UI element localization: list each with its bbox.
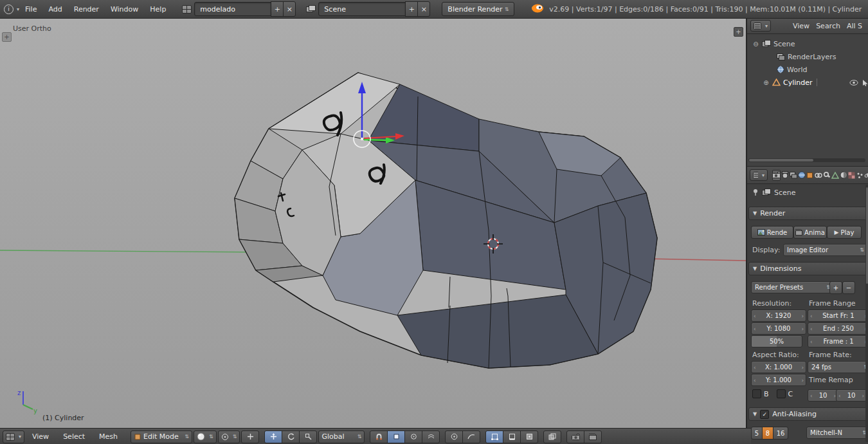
display-dropdown[interactable]: Image Editor — [783, 244, 868, 256]
aa-samples-5-button[interactable]: 5 — [751, 427, 763, 439]
manipulator-translate-button[interactable] — [264, 430, 282, 443]
aa-filter-dropdown[interactable]: Mitchell-N — [806, 427, 868, 439]
menu-window[interactable]: Window — [105, 5, 144, 14]
face-select-button[interactable] — [520, 430, 538, 443]
tab-physics[interactable] — [864, 170, 868, 181]
falloff-button[interactable] — [462, 430, 480, 443]
outliner-item-renderlayers[interactable]: RenderLayers — [747, 50, 868, 63]
visibility-eye-icon[interactable] — [849, 80, 858, 86]
tab-world[interactable] — [798, 170, 806, 181]
crop-checkbox[interactable] — [777, 389, 786, 398]
viewport-shading-dropdown[interactable]: ⇅ — [194, 430, 217, 443]
mode-dropdown[interactable]: Edit Mode⇅ — [131, 430, 192, 443]
screen-layout-icon[interactable] — [181, 4, 192, 14]
end-frame-field[interactable]: End : 250 — [808, 322, 868, 335]
opengl-render-anim-button[interactable] — [584, 430, 602, 443]
outliner-menu-view[interactable]: View — [793, 22, 809, 30]
dimensions-panel-header[interactable]: ▼Dimensions — [748, 262, 868, 275]
tab-material[interactable] — [840, 170, 847, 181]
scene-name-field[interactable]: Scene — [318, 2, 406, 16]
tab-render-layers[interactable] — [790, 170, 797, 181]
menu-select[interactable]: Select — [57, 432, 91, 441]
selectability-cursor-icon[interactable] — [862, 79, 868, 86]
editor-type-selector[interactable]: ▾ — [3, 430, 24, 443]
menu-mesh[interactable]: Mesh — [93, 432, 124, 441]
frame-rate-dropdown[interactable]: 24 fps — [808, 361, 868, 373]
close-scene-button[interactable]: × — [417, 1, 430, 17]
tab-texture[interactable] — [848, 170, 856, 181]
close-screen-button[interactable]: × — [283, 1, 296, 17]
manipulator-scale-button[interactable] — [299, 430, 317, 443]
render-animation-button[interactable]: Anima — [793, 226, 827, 239]
pivot-point-dropdown[interactable]: ⇅ — [218, 430, 240, 443]
resolution-x-field[interactable]: X: 1920 — [751, 310, 806, 322]
add-preset-button[interactable]: + — [829, 281, 842, 294]
aspect-y-field[interactable]: Y: 1.000 — [751, 374, 806, 386]
scene-selector-icon[interactable] — [305, 4, 316, 14]
add-scene-button[interactable]: + — [405, 1, 418, 17]
mesh-object[interactable] — [235, 73, 657, 368]
render-panel-header[interactable]: ▼Render — [748, 207, 868, 220]
add-screen-button[interactable]: + — [271, 1, 284, 17]
manipulator-rotate-button[interactable] — [282, 430, 300, 443]
3d-viewport[interactable]: z y User Ortho (1) Cylinder — [0, 18, 746, 428]
start-frame-field[interactable]: Start Fr: 1 — [808, 310, 868, 322]
aa-samples-16-button[interactable]: 16 — [773, 427, 788, 439]
menu-help[interactable]: Help — [144, 5, 172, 14]
outliner-menu-search[interactable]: Search — [816, 22, 840, 30]
tab-object-data[interactable] — [831, 170, 839, 181]
tab-modifiers[interactable] — [823, 170, 831, 181]
tab-particles[interactable] — [856, 170, 863, 181]
outliner-item-world[interactable]: World — [747, 63, 868, 76]
snap-magnet-button[interactable] — [370, 430, 388, 443]
current-frame-field[interactable]: Frame : 1 — [808, 335, 868, 347]
manipulator-toggle[interactable] — [241, 430, 259, 443]
opengl-render-button[interactable] — [566, 430, 584, 443]
menu-render[interactable]: Render — [68, 5, 105, 14]
anti-aliasing-checkbox[interactable] — [760, 410, 769, 419]
resolution-percentage-slider[interactable]: 50% — [751, 335, 802, 347]
occlude-geometry-button[interactable] — [543, 430, 561, 443]
properties-expand-handle[interactable] — [734, 27, 743, 37]
properties-scrollbar[interactable] — [865, 185, 868, 442]
play-animation-button[interactable]: Play — [827, 226, 862, 239]
aa-samples-8-button[interactable]: 8 — [762, 427, 773, 439]
outliner-item-cylinder[interactable]: ⊕ Cylinder — [747, 76, 868, 89]
render-image-button[interactable]: Rende — [751, 226, 793, 239]
resolution-y-field[interactable]: Y: 1080 — [751, 322, 806, 335]
tab-object[interactable] — [806, 170, 814, 181]
anti-aliasing-panel-header[interactable]: ▼ Anti-Aliasing — [748, 407, 868, 421]
menu-view[interactable]: View — [26, 432, 55, 441]
orientation-dropdown[interactable]: Global⇅ — [318, 430, 365, 443]
axis-gizmo: z y — [17, 389, 37, 414]
screen-name-field[interactable]: modelado — [194, 2, 271, 16]
tab-render[interactable] — [772, 170, 781, 181]
tab-constraints[interactable] — [815, 170, 822, 181]
info-editor-icon[interactable]: i — [4, 5, 14, 14]
render-engine-dropdown[interactable]: Blender Render⇅ — [442, 2, 514, 16]
remove-preset-button[interactable]: − — [842, 281, 855, 294]
outliner-horizontal-scrollbar[interactable] — [748, 158, 865, 162]
time-remap-old-field[interactable]: 10 — [808, 389, 838, 402]
border-checkbox[interactable] — [752, 389, 761, 398]
snap-target-button[interactable] — [404, 430, 422, 443]
collapse-icon[interactable]: ⊖ — [752, 41, 759, 48]
render-presets-dropdown[interactable]: Render Presets — [751, 281, 835, 293]
menu-file[interactable]: File — [19, 5, 42, 14]
vertex-select-button[interactable] — [485, 430, 503, 443]
properties-editor-selector[interactable]: ▾ — [750, 169, 768, 181]
snap-peel-button[interactable] — [422, 430, 440, 443]
edge-select-button[interactable] — [503, 430, 521, 443]
menu-add[interactable]: Add — [42, 5, 68, 14]
outliner-filter-dropdown[interactable]: All S — [847, 22, 862, 30]
tab-scene[interactable] — [781, 170, 789, 181]
aspect-x-field[interactable]: X: 1.000 — [751, 361, 806, 373]
outliner-item-scene[interactable]: ⊖ Scene — [747, 37, 868, 50]
toolbar-expand-handle[interactable] — [2, 32, 12, 42]
expand-icon[interactable]: ⊕ — [763, 79, 770, 86]
proportional-edit-button[interactable] — [445, 430, 463, 443]
pin-icon[interactable] — [752, 189, 759, 196]
outliner-editor-selector[interactable]: ▾ — [750, 20, 771, 32]
snap-element-button[interactable] — [387, 430, 405, 443]
time-remap-new-field[interactable]: 10 — [836, 389, 867, 402]
